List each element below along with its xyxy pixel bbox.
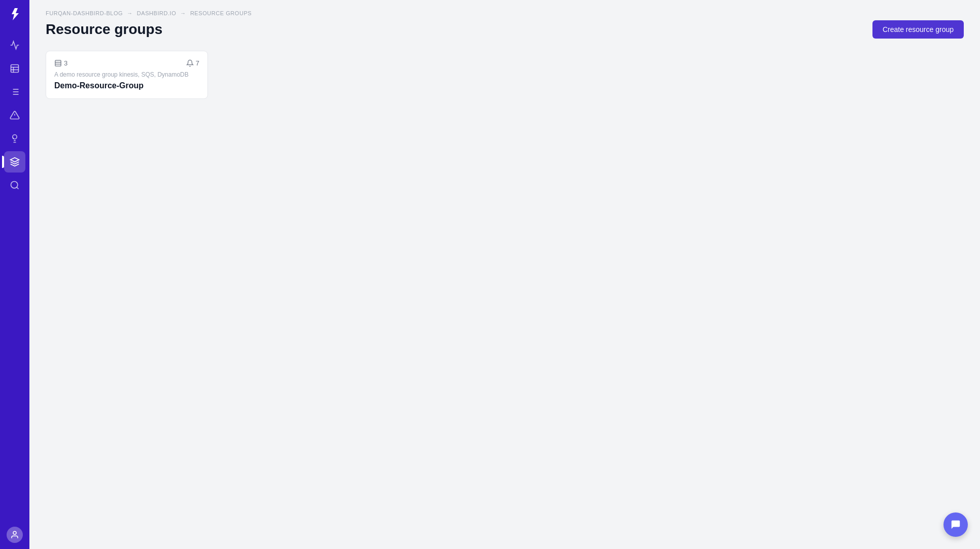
svg-point-14 xyxy=(11,182,18,188)
card-description: A demo resource group kinesis, SQS, Dyna… xyxy=(54,71,199,78)
sidebar-item-insights[interactable] xyxy=(4,128,25,149)
card-alert-count: 7 xyxy=(186,59,199,67)
svg-rect-0 xyxy=(11,65,19,73)
sidebar-item-metrics[interactable] xyxy=(4,58,25,79)
resource-count-icon xyxy=(54,59,62,67)
sidebar xyxy=(0,0,29,549)
page-title: Resource groups xyxy=(46,21,162,38)
user-avatar[interactable] xyxy=(7,527,23,543)
breadcrumb-sep-2: → xyxy=(180,10,186,16)
main-content: FURQAN-DASHBIRD-BLOG → DASHBIRD.IO → RES… xyxy=(29,0,980,549)
breadcrumb-item-project[interactable]: DASHBIRD.IO xyxy=(137,10,177,16)
create-resource-group-button[interactable]: Create resource group xyxy=(872,20,964,39)
breadcrumb-sep-1: → xyxy=(127,10,133,16)
header-row: Resource groups Create resource group xyxy=(46,20,964,39)
sidebar-item-alerts[interactable] xyxy=(4,105,25,126)
breadcrumb-item-current: RESOURCE GROUPS xyxy=(190,10,252,16)
sidebar-item-search[interactable] xyxy=(4,175,25,196)
svg-line-15 xyxy=(17,187,19,189)
resource-groups-grid: 3 7 A demo resource group kinesis, SQS, … xyxy=(46,51,964,99)
sidebar-item-resource-groups[interactable] xyxy=(4,151,25,173)
svg-marker-13 xyxy=(11,158,19,162)
card-resource-count: 3 xyxy=(54,59,67,67)
card-name: Demo-Resource-Group xyxy=(54,81,199,90)
alert-count-icon xyxy=(186,59,194,67)
sidebar-nav xyxy=(4,35,25,527)
sidebar-item-resources[interactable] xyxy=(4,81,25,102)
breadcrumb: FURQAN-DASHBIRD-BLOG → DASHBIRD.IO → RES… xyxy=(46,10,964,16)
active-indicator xyxy=(2,156,4,168)
sidebar-item-activity[interactable] xyxy=(4,35,25,56)
logo[interactable] xyxy=(7,6,23,22)
alert-count-value: 7 xyxy=(196,59,199,67)
chat-support-button[interactable] xyxy=(943,512,968,537)
card-meta: 3 7 xyxy=(54,59,199,67)
breadcrumb-item-org[interactable]: FURQAN-DASHBIRD-BLOG xyxy=(46,10,123,16)
sidebar-bottom xyxy=(7,527,23,543)
resource-group-card[interactable]: 3 7 A demo resource group kinesis, SQS, … xyxy=(46,51,208,99)
resource-count-value: 3 xyxy=(64,59,67,67)
svg-point-16 xyxy=(13,531,16,534)
svg-rect-17 xyxy=(55,60,61,66)
